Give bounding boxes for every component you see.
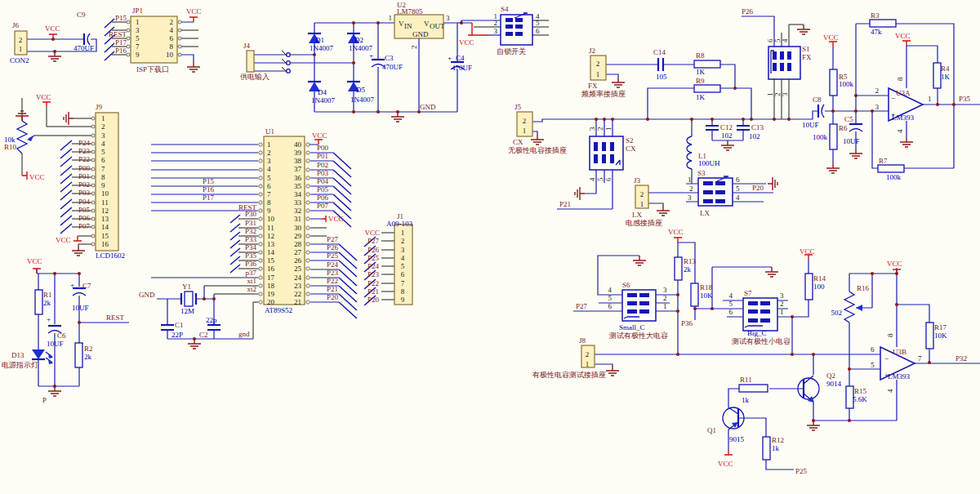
schematic-label: 6 bbox=[536, 27, 540, 35]
schematic-label: 4 bbox=[729, 292, 733, 300]
schematic-page: J621CON2VCCC9470UFJP1P15RESTP17P16135792… bbox=[0, 0, 980, 494]
schematic-label: 6 bbox=[736, 176, 740, 184]
schematic-label: 20 bbox=[267, 298, 275, 306]
switch-s7[interactable] bbox=[743, 298, 777, 331]
schematic-label: 1 bbox=[136, 18, 140, 26]
schematic-label: 3 bbox=[136, 26, 140, 34]
schematic-label: 1k bbox=[742, 396, 750, 404]
schematic-label: 7 bbox=[918, 354, 922, 363]
schematic-label: 1 bbox=[663, 302, 667, 310]
schematic-label: P23 bbox=[327, 269, 339, 277]
schematic-label: 3 bbox=[588, 127, 596, 131]
schematic-label: 6 bbox=[729, 308, 733, 316]
schematic-label: 10UF bbox=[843, 137, 860, 145]
schematic-label: V bbox=[399, 20, 404, 28]
schematic-label: P05 bbox=[317, 185, 329, 194]
schematic-label: 2 bbox=[875, 87, 880, 95]
switch-s2[interactable] bbox=[590, 136, 623, 170]
schematic-label: P04 bbox=[317, 177, 329, 185]
schematic-label: P27 bbox=[327, 235, 339, 243]
schematic-label: 16 bbox=[267, 265, 275, 273]
schematic-label: 1 bbox=[928, 95, 932, 103]
schematic-label: CX bbox=[626, 145, 636, 153]
schematic-label: P22 bbox=[78, 155, 90, 163]
schematic-label: P16 bbox=[203, 185, 215, 194]
schematic-label: gnd bbox=[238, 330, 250, 338]
schematic-label: 5 bbox=[267, 174, 271, 182]
schematic-label: P17 bbox=[203, 194, 215, 202]
schematic-label: + bbox=[47, 315, 51, 323]
schematic-label: P15 bbox=[203, 177, 215, 185]
schematic-label: 1 bbox=[389, 14, 393, 22]
potentiometer-r16[interactable] bbox=[844, 292, 862, 323]
schematic-label: IN bbox=[404, 22, 412, 30]
schematic-label: 14 bbox=[267, 248, 275, 256]
schematic-label: REST bbox=[106, 314, 125, 322]
switch-s1[interactable] bbox=[768, 47, 800, 79]
schematic-label: P26 bbox=[327, 243, 339, 251]
schematic-label: 13 bbox=[101, 215, 109, 223]
pin-circles bbox=[91, 117, 95, 246]
schematic-label: C1 bbox=[175, 321, 184, 329]
crystal-y1[interactable] bbox=[181, 292, 196, 306]
schematic-label: 3 bbox=[781, 92, 789, 96]
schematic-canvas[interactable]: J621CON2VCCC9470UFJP1P15RESTP17P16135792… bbox=[0, 0, 980, 494]
schematic-label: 29 bbox=[294, 232, 302, 240]
schematic-label: 25 bbox=[294, 265, 302, 273]
schematic-label: 4 bbox=[170, 26, 174, 34]
schematic-label: CX bbox=[513, 138, 523, 146]
schematic-label: 9014 bbox=[826, 380, 842, 388]
schematic-label: C7 bbox=[82, 282, 91, 290]
schematic-label: 1 bbox=[523, 127, 527, 135]
schematic-label: 10UF bbox=[72, 304, 89, 312]
schematic-label: D13 bbox=[11, 351, 24, 359]
switch-s4[interactable] bbox=[501, 13, 532, 45]
resistors[interactable] bbox=[35, 20, 941, 460]
schematic-label: S2 bbox=[626, 136, 634, 145]
schematic-label: 测试有极性小电容 bbox=[731, 337, 791, 345]
schematic-label: 2 bbox=[596, 60, 600, 68]
schematic-label: 4 bbox=[896, 129, 904, 133]
schematic-label: P05 bbox=[78, 206, 91, 214]
schematic-label: P03 bbox=[317, 169, 329, 177]
inductor-l1[interactable] bbox=[687, 136, 692, 169]
schematic-label: C6 bbox=[57, 332, 66, 340]
schematic-label: + bbox=[369, 51, 373, 60]
schematic-label: S7 bbox=[744, 289, 752, 297]
schematic-label: R4 bbox=[941, 65, 950, 73]
schematic-label: GND bbox=[139, 291, 155, 299]
schematic-label: 14 bbox=[101, 223, 109, 231]
wires[interactable] bbox=[22, 16, 980, 470]
schematic-label: VCC bbox=[800, 247, 815, 256]
switch-s6[interactable] bbox=[622, 290, 656, 321]
schematic-label: 5 bbox=[729, 300, 733, 308]
schematic-label: GND bbox=[412, 30, 429, 38]
schematic-label: 1 bbox=[640, 200, 644, 208]
schematic-label: 1N4007 bbox=[311, 96, 335, 105]
schematic-label: P21 bbox=[559, 200, 571, 208]
schematic-label: P34 bbox=[245, 243, 257, 251]
schematic-label: U3B bbox=[893, 348, 906, 356]
schematic-label: 3 bbox=[780, 292, 784, 300]
schematic-label: 1 bbox=[101, 114, 105, 122]
schematic-label: AT89S52 bbox=[265, 306, 292, 314]
schematic-label: 5 bbox=[596, 177, 604, 181]
schematic-label: 1K bbox=[696, 68, 706, 76]
schematic-label: R12 bbox=[772, 436, 784, 444]
schematic-label: 100k bbox=[839, 80, 854, 88]
schematic-label: S1 bbox=[802, 45, 810, 53]
schematic-label: 13 bbox=[267, 240, 275, 248]
schematic-label: VCC bbox=[186, 7, 202, 16]
power-jack-j4[interactable] bbox=[247, 51, 290, 73]
schematic-label: A09-103 bbox=[386, 220, 412, 228]
schematic-label: 36 bbox=[294, 174, 302, 182]
schematic-label: + bbox=[70, 281, 74, 289]
schematic-label: P23 bbox=[78, 147, 91, 155]
schematic-label: + bbox=[891, 110, 895, 118]
schematic-label: 22p bbox=[206, 316, 217, 324]
potentiometer-r10[interactable] bbox=[17, 121, 34, 154]
schematic-label: 40 bbox=[294, 140, 302, 149]
schematic-label: D4 bbox=[318, 88, 327, 96]
schematic-label: 21 bbox=[294, 298, 301, 306]
switch-s3[interactable] bbox=[698, 176, 733, 206]
